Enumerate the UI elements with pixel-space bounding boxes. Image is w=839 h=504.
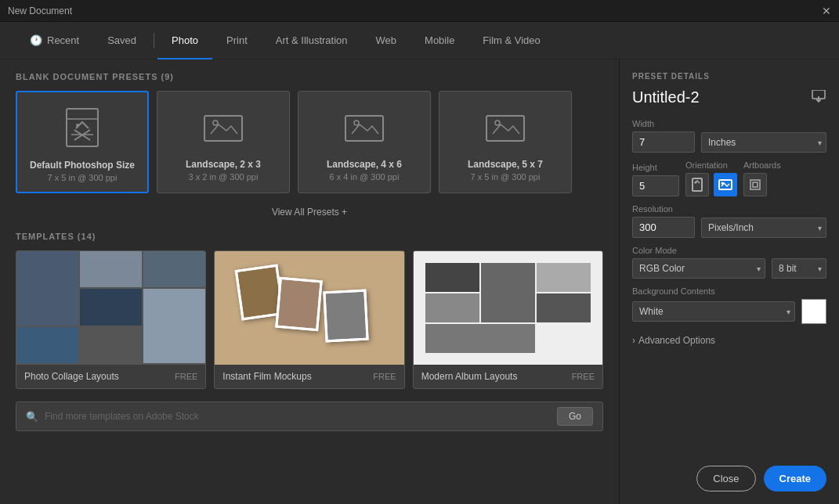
- template-footer-album: Modern Album Layouts FREE: [414, 365, 602, 388]
- resolution-input[interactable]: [632, 217, 695, 238]
- create-button[interactable]: Create: [764, 466, 826, 491]
- presets-section-title: BLANK DOCUMENT PRESETS (9): [16, 72, 603, 81]
- template-card-collage[interactable]: Photo Collage Layouts FREE: [16, 250, 206, 389]
- height-label: Height: [632, 163, 679, 172]
- nav-tabs: 🕐 Recent Saved Photo Print Art & Illustr…: [0, 22, 839, 59]
- bg-contents-wrapper[interactable]: White Black Background Color Transparent…: [632, 301, 795, 322]
- bit-depth-wrapper[interactable]: 8 bit 16 bit 32 bit: [772, 258, 826, 279]
- tab-saved[interactable]: Saved: [93, 22, 150, 59]
- preset-icon-landscape5x7: [482, 104, 529, 151]
- tab-film[interactable]: Film & Video: [468, 22, 554, 59]
- template-thumb-album: [414, 251, 602, 365]
- template-badge-film: FREE: [373, 372, 396, 381]
- tab-web[interactable]: Web: [362, 22, 411, 59]
- preset-name-landscape5x7: Landscape, 5 x 7: [468, 159, 543, 170]
- view-all-link[interactable]: View All Presets +: [272, 207, 347, 218]
- svg-point-8: [495, 121, 500, 125]
- tab-mobile[interactable]: Mobile: [410, 22, 468, 59]
- save-preset-icon[interactable]: [811, 90, 826, 106]
- width-input[interactable]: [632, 131, 695, 153]
- color-mode-label: Color Mode: [632, 246, 826, 255]
- template-thumb-collage: [16, 251, 205, 365]
- preset-icon-landscape2x3: [200, 104, 247, 151]
- resolution-unit-wrapper[interactable]: Pixels/Inch Pixels/Centimeter: [701, 218, 826, 238]
- template-name-collage: Photo Collage Layouts: [24, 371, 119, 382]
- right-panel: PRESET DETAILS Untitled-2 Width Pixels I…: [620, 59, 839, 504]
- left-panel: BLANK DOCUMENT PRESETS (9) Default Photo…: [0, 59, 620, 504]
- preset-sub-landscape2x3: 3 x 2 in @ 300 ppi: [189, 172, 259, 182]
- template-card-film[interactable]: Instant Film Mockups FREE: [214, 250, 404, 389]
- preset-card-landscape2x3[interactable]: Landscape, 2 x 3 3 x 2 in @ 300 ppi: [157, 91, 290, 193]
- chevron-right-icon: ›: [632, 335, 635, 346]
- landscape-orientation-button[interactable]: [714, 173, 737, 196]
- orientation-field-group: Orientation: [685, 160, 737, 196]
- svg-point-11: [695, 182, 697, 184]
- svg-point-13: [721, 182, 724, 185]
- titlebar-title: New Document: [8, 5, 72, 16]
- view-all-presets[interactable]: View All Presets +: [16, 206, 603, 218]
- artboards-label: Artboards: [743, 160, 781, 170]
- height-orientation-row: Height Orientation Artboards: [632, 160, 826, 196]
- svg-point-4: [213, 121, 218, 125]
- artboard-button[interactable]: [743, 173, 767, 196]
- template-name-album: Modern Album Layouts: [421, 371, 518, 382]
- orientation-label: Orientation: [685, 160, 737, 170]
- bg-color-swatch[interactable]: [801, 299, 826, 324]
- svg-rect-14: [750, 180, 760, 189]
- preset-card-default[interactable]: Default Photoshop Size 7 x 5 in @ 300 pp…: [16, 91, 149, 193]
- template-name-film: Instant Film Mockups: [222, 371, 311, 382]
- template-thumb-film: [215, 251, 403, 365]
- height-input[interactable]: [632, 175, 679, 196]
- tab-print[interactable]: Print: [212, 22, 262, 59]
- tab-art[interactable]: Art & Illustration: [262, 22, 362, 59]
- titlebar: New Document ✕: [0, 0, 839, 22]
- width-label: Width: [632, 119, 826, 128]
- tab-recent[interactable]: 🕐 Recent: [16, 22, 93, 59]
- width-field-group: Width Pixels Inches Centimeters Millimet…: [632, 119, 826, 153]
- resolution-label: Resolution: [632, 204, 826, 214]
- preset-name-landscape2x3: Landscape, 2 x 3: [186, 159, 261, 170]
- svg-rect-0: [67, 109, 98, 146]
- preset-name: Untitled-2: [632, 88, 700, 106]
- tab-photo[interactable]: Photo: [157, 22, 212, 59]
- templates-grid: Photo Collage Layouts FREE Instant Film …: [16, 250, 603, 389]
- preset-details-label: PRESET DETAILS: [632, 72, 826, 81]
- orientation-group: [685, 173, 737, 196]
- bg-contents-select[interactable]: White Black Background Color Transparent…: [632, 301, 795, 322]
- bg-contents-field-group: Background Contents White Black Backgrou…: [632, 286, 826, 324]
- bit-depth-select[interactable]: 8 bit 16 bit 32 bit: [772, 258, 826, 279]
- color-mode-wrapper[interactable]: RGB Color CMYK Color Grayscale Lab Color…: [632, 258, 765, 279]
- search-icon: 🔍: [26, 411, 38, 423]
- close-button[interactable]: Close: [696, 466, 755, 491]
- width-unit-select[interactable]: Pixels Inches Centimeters Millimeters: [701, 132, 826, 153]
- bottom-buttons: Close Create: [632, 456, 826, 491]
- resolution-unit-select[interactable]: Pixels/Inch Pixels/Centimeter: [701, 218, 826, 238]
- color-mode-field-group: Color Mode RGB Color CMYK Color Grayscal…: [632, 246, 826, 279]
- search-input[interactable]: [45, 411, 551, 422]
- preset-name-row: Untitled-2: [632, 88, 826, 106]
- clock-icon: 🕐: [30, 34, 42, 46]
- preset-name-default: Default Photoshop Size: [30, 160, 135, 171]
- templates-section-title: TEMPLATES (14): [16, 232, 603, 241]
- preset-sub-landscape4x6: 6 x 4 in @ 300 ppi: [330, 172, 400, 182]
- svg-rect-15: [753, 182, 758, 187]
- preset-card-landscape5x7[interactable]: Landscape, 5 x 7 7 x 5 in @ 300 ppi: [439, 91, 572, 193]
- advanced-options-toggle[interactable]: › Advanced Options: [632, 335, 826, 346]
- close-window-button[interactable]: ✕: [822, 5, 831, 17]
- color-mode-select[interactable]: RGB Color CMYK Color Grayscale Lab Color…: [632, 258, 765, 279]
- template-footer-collage: Photo Collage Layouts FREE: [16, 365, 205, 388]
- width-unit-wrapper[interactable]: Pixels Inches Centimeters Millimeters: [701, 132, 826, 153]
- preset-sub-default: 7 x 5 in @ 300 ppi: [48, 173, 118, 182]
- height-field-group: Height: [632, 163, 679, 196]
- preset-card-landscape4x6[interactable]: Landscape, 4 x 6 6 x 4 in @ 300 ppi: [298, 91, 431, 193]
- portrait-orientation-button[interactable]: [685, 173, 709, 196]
- presets-grid: Default Photoshop Size 7 x 5 in @ 300 pp…: [16, 91, 603, 193]
- preset-icon-default: [59, 105, 106, 152]
- preset-sub-landscape5x7: 7 x 5 in @ 300 ppi: [471, 172, 541, 182]
- go-button[interactable]: Go: [557, 407, 593, 426]
- template-card-album[interactable]: Modern Album Layouts FREE: [413, 250, 603, 389]
- svg-point-2: [76, 124, 79, 127]
- template-badge-album: FREE: [572, 372, 595, 381]
- main-layout: BLANK DOCUMENT PRESETS (9) Default Photo…: [0, 59, 839, 504]
- preset-name-landscape4x6: Landscape, 4 x 6: [327, 159, 402, 170]
